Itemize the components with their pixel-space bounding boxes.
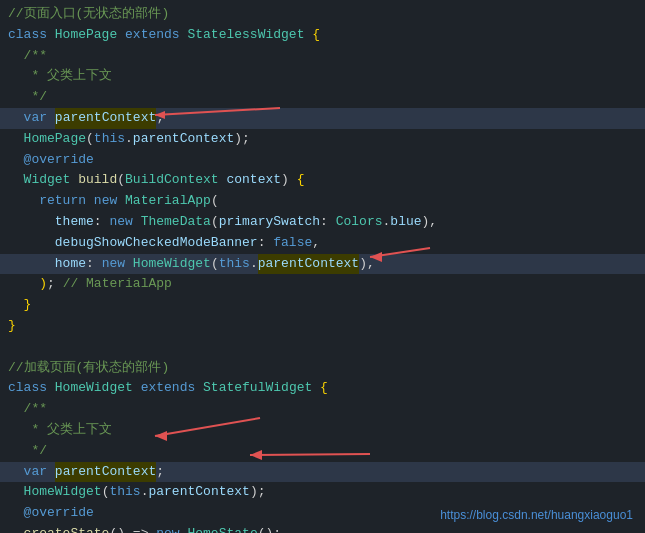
prop-primaryswatch: primarySwatch <box>219 212 320 233</box>
comment-4: * 父类上下文 <box>8 66 112 87</box>
code-line-10: return new MaterialApp ( <box>0 191 645 212</box>
classname-stateless: StatelessWidget <box>187 25 312 46</box>
dot-7: . <box>125 129 133 150</box>
comment-22: */ <box>8 441 47 462</box>
paren-26: () => <box>109 524 156 533</box>
code-line-14: ) ; // MaterialApp <box>0 274 645 295</box>
prop-theme: theme <box>55 212 94 233</box>
indent-12 <box>8 233 55 254</box>
var-parentcontext-3: parentContext <box>55 462 156 483</box>
colon-13: : <box>86 254 102 275</box>
code-line-23: var parentContext ; <box>0 462 645 483</box>
code-line-13: home : new HomeWidget ( this . parentCon… <box>0 254 645 275</box>
dot-11: . <box>383 212 391 233</box>
class-materialapp: MaterialApp <box>125 191 211 212</box>
code-line-4: * 父类上下文 <box>0 66 645 87</box>
classname-stateful: StatefulWidget <box>203 378 320 399</box>
class-homepage: HomePage <box>8 129 86 150</box>
comma-12: , <box>312 233 320 254</box>
code-line-7: HomePage ( this . parentContext ); <box>0 129 645 150</box>
class-themedata: ThemeData <box>141 212 211 233</box>
classname-1: HomePage <box>55 25 125 46</box>
code-line-24: HomeWidget ( this . parentContext ); <box>0 482 645 503</box>
code-line-11: theme : new ThemeData ( primarySwatch : … <box>0 212 645 233</box>
paren-9b: ) <box>281 170 297 191</box>
method-createstate: createState <box>24 524 110 533</box>
type-buildcontext: BuildContext <box>125 170 226 191</box>
val-false: false <box>273 233 312 254</box>
prop-debug: debugShowCheckedModeBanner <box>55 233 258 254</box>
brace-15: } <box>8 295 31 316</box>
paren-24a: ( <box>102 482 110 503</box>
code-line-5: */ <box>0 87 645 108</box>
kw-this-1: this <box>94 129 125 150</box>
paren-10: ( <box>211 191 219 212</box>
paren-11a: ( <box>211 212 219 233</box>
kw-extends-2: extends <box>141 378 203 399</box>
semi-24: ); <box>250 482 266 503</box>
code-line-12: debugShowCheckedModeBanner : false , <box>0 233 645 254</box>
code-line-22: */ <box>0 441 645 462</box>
code-container: //页面入口(无状态的部件) class HomePage extends St… <box>0 0 645 533</box>
code-line-6: var parentContext ; <box>0 108 645 129</box>
class-homestate: HomeState <box>187 524 257 533</box>
kw-new-4: new <box>156 524 187 533</box>
code-line-19: class HomeWidget extends StatefulWidget … <box>0 378 645 399</box>
class-homewidget: HomeWidget <box>133 254 211 275</box>
colon-11b: : <box>320 212 336 233</box>
brace-16: } <box>8 316 16 337</box>
var-parentcontext-1: parentContext <box>55 108 156 129</box>
code-line-15: } <box>0 295 645 316</box>
kw-new-2: new <box>109 212 140 233</box>
semi-7: ); <box>234 129 250 150</box>
kw-class-2: class <box>8 378 55 399</box>
var-parentcontext-ref1: parentContext <box>133 129 234 150</box>
prop-home: home <box>55 254 86 275</box>
comment-3: /** <box>8 46 47 67</box>
indent-11 <box>8 212 55 233</box>
paren-13b: ), <box>359 254 375 275</box>
class-homewidget-2: HomeWidget <box>8 482 102 503</box>
kw-this-2: this <box>219 254 250 275</box>
code-line-1: //页面入口(无状态的部件) <box>0 4 645 25</box>
dot-24: . <box>141 482 149 503</box>
type-widget: Widget <box>8 170 78 191</box>
kw-new-3: new <box>102 254 133 275</box>
comment-20: /** <box>8 399 47 420</box>
kw-var-2: var <box>24 462 55 483</box>
comment-1: //页面入口(无状态的部件) <box>8 4 169 25</box>
paren-7: ( <box>86 129 94 150</box>
code-line-17 <box>0 337 645 358</box>
brace-19: { <box>320 378 328 399</box>
semi-14: ; <box>47 274 63 295</box>
kw-new-1: new <box>94 191 125 212</box>
comment-18: //加载页面(有状态的部件) <box>8 358 169 379</box>
paren-9a: ( <box>117 170 125 191</box>
semi-23: ; <box>156 462 164 483</box>
code-line-3: /** <box>0 46 645 67</box>
method-build: build <box>78 170 117 191</box>
code-line-20: /** <box>0 399 645 420</box>
brace-1: { <box>312 25 320 46</box>
class-colors: Colors <box>336 212 383 233</box>
semi-6: ; <box>156 108 164 129</box>
comment-5: */ <box>8 87 47 108</box>
kw-var-1: var <box>24 108 55 129</box>
code-line-18: //加载页面(有状态的部件) <box>0 358 645 379</box>
code-line-9: Widget build ( BuildContext context ) { <box>0 170 645 191</box>
comment-21: * 父类上下文 <box>8 420 112 441</box>
watermark: https://blog.csdn.net/huangxiaoguo1 <box>440 506 633 525</box>
var-parentcontext-2: parentContext <box>258 254 359 275</box>
code-line-26: createState () => new HomeState (); <box>0 524 645 533</box>
comment-14: // MaterialApp <box>63 274 172 295</box>
kw-return: return <box>8 191 94 212</box>
code-line-21: * 父类上下文 <box>0 420 645 441</box>
annotation-override-2: @override <box>8 503 94 524</box>
indent-26 <box>8 524 24 533</box>
brace-9: { <box>297 170 305 191</box>
var-parentcontext-ref2: parentContext <box>148 482 249 503</box>
kw-extends-1: extends <box>125 25 187 46</box>
annotation-override-1: @override <box>8 150 94 171</box>
param-context: context <box>226 170 281 191</box>
code-line-16: } <box>0 316 645 337</box>
